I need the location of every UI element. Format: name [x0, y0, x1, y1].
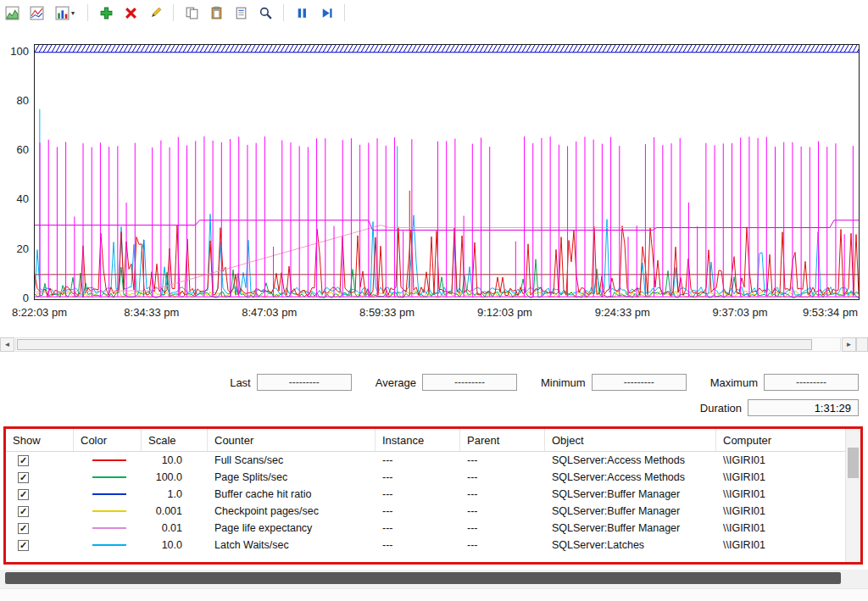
- scrollbar-track[interactable]: [15, 337, 841, 352]
- instance-cell: ---: [376, 522, 460, 534]
- show-checkbox[interactable]: ✓: [18, 489, 29, 500]
- show-checkbox[interactable]: ✓: [18, 455, 29, 466]
- instance-cell: ---: [376, 454, 460, 466]
- parent-cell: ---: [460, 454, 545, 466]
- parent-cell: ---: [460, 522, 545, 534]
- toolbar-separator: [173, 4, 174, 21]
- scale-cell: 0.01: [148, 522, 182, 534]
- last-value-box: ---------: [257, 374, 352, 391]
- chart-area: 100806040200 8:22:03 pm8:34:33 pm8:47:03…: [0, 25, 868, 337]
- freeze-display-button[interactable]: [292, 3, 312, 23]
- chart-canvas: [35, 45, 859, 299]
- table-row[interactable]: ✓ 10.0 Full Scans/sec --- --- SQLServer:…: [6, 452, 860, 469]
- computer-cell: \\IGIRI01: [716, 454, 860, 466]
- toolbar-separator: [344, 4, 345, 21]
- counter-cell: Full Scans/sec: [208, 454, 376, 466]
- object-cell: SQLServer:Buffer Manager: [545, 505, 716, 517]
- column-header-instance[interactable]: Instance: [376, 429, 460, 451]
- check-icon: ✓: [19, 473, 27, 482]
- scale-cell: 10.0: [148, 539, 182, 551]
- show-checkbox[interactable]: ✓: [18, 523, 29, 534]
- object-cell: SQLServer:Access Methods: [545, 471, 716, 483]
- view-current-activity-button[interactable]: [2, 3, 22, 23]
- column-header-show[interactable]: Show: [6, 429, 74, 451]
- duration-bar: Duration 1:31:29: [0, 398, 859, 417]
- object-cell: SQLServer:Access Methods: [545, 454, 716, 466]
- average-label: Average: [376, 376, 416, 389]
- zoom-button[interactable]: [255, 3, 275, 23]
- scrollbar-thumb[interactable]: [17, 339, 812, 350]
- object-cell: SQLServer:Buffer Manager: [545, 522, 716, 534]
- color-swatch: [92, 493, 126, 495]
- table-row[interactable]: ✓ 100.0 Page Splits/sec --- --- SQLServe…: [6, 469, 860, 486]
- average-value-box: ---------: [422, 374, 517, 391]
- last-value: ---------: [289, 376, 320, 388]
- table-row[interactable]: ✓ 0.001 Checkpoint pages/sec --- --- SQL…: [6, 503, 860, 520]
- instance-cell: ---: [376, 488, 460, 500]
- scroll-left-button[interactable]: ◄: [0, 337, 14, 352]
- step-forward-icon: [320, 6, 334, 20]
- paste-counter-list-button[interactable]: [206, 3, 226, 23]
- average-value: ---------: [454, 376, 485, 388]
- counter-cell: Page Splits/sec: [208, 471, 376, 483]
- column-header-parent[interactable]: Parent: [460, 429, 545, 451]
- status-strip: [0, 588, 868, 601]
- y-axis-label: 40: [0, 192, 29, 205]
- add-counter-button[interactable]: [96, 3, 116, 23]
- view-log-data-button[interactable]: [26, 3, 47, 23]
- copy-properties-button[interactable]: [181, 3, 202, 23]
- x-axis-label: 9:53:34 pm: [803, 306, 858, 319]
- properties-button[interactable]: [231, 3, 251, 23]
- duration-value: 1:31:29: [815, 402, 851, 415]
- scrollbar-thumb[interactable]: [848, 448, 859, 478]
- check-icon: ✓: [19, 456, 27, 465]
- chart-plot[interactable]: [34, 44, 860, 300]
- check-icon: ✓: [19, 524, 27, 533]
- counter-list-vertical-scrollbar[interactable]: [845, 429, 860, 562]
- properties-sheet-icon: [234, 6, 248, 20]
- computer-cell: \\IGIRI01: [716, 488, 860, 500]
- scrollbar-endcap: [856, 337, 868, 352]
- object-cell: SQLServer:Buffer Manager: [545, 488, 716, 500]
- show-checkbox[interactable]: ✓: [18, 540, 29, 551]
- show-checkbox[interactable]: ✓: [18, 472, 29, 483]
- color-swatch: [92, 544, 126, 546]
- delete-counter-button[interactable]: [120, 3, 141, 23]
- x-axis: 8:22:03 pm8:34:33 pm8:47:03 pm8:59:33 pm…: [34, 303, 858, 320]
- y-axis-label: 20: [0, 242, 29, 255]
- scroll-right-button[interactable]: ►: [842, 337, 856, 352]
- update-data-button[interactable]: [316, 3, 337, 23]
- check-icon: ✓: [19, 541, 27, 550]
- copy-icon: [185, 6, 199, 20]
- table-row[interactable]: ✓ 1.0 Buffer cache hit ratio --- --- SQL…: [6, 486, 860, 503]
- arrow-right-icon: ►: [846, 341, 853, 348]
- x-axis-label: 9:12:03 pm: [477, 306, 532, 319]
- parent-cell: ---: [460, 505, 545, 517]
- counter-list-header: Show Color Scale Counter Instance Parent…: [6, 429, 860, 452]
- table-row[interactable]: ✓ 10.0 Latch Waits/sec --- --- SQLServer…: [6, 537, 860, 554]
- show-checkbox[interactable]: ✓: [18, 506, 29, 517]
- highlight-button[interactable]: [145, 3, 165, 23]
- y-axis-label: 60: [0, 143, 29, 156]
- line-chart-icon: [30, 6, 44, 20]
- delete-x-icon: [124, 6, 138, 20]
- change-graph-type-button[interactable]: ▼: [51, 3, 80, 23]
- counter-cell: Buffer cache hit ratio: [208, 488, 376, 500]
- x-axis-label: 9:24:33 pm: [595, 306, 650, 319]
- column-header-color[interactable]: Color: [74, 429, 142, 451]
- object-cell: SQLServer:Latches: [545, 539, 716, 551]
- column-header-object[interactable]: Object: [545, 429, 716, 451]
- scrollbar-thumb[interactable]: [5, 572, 841, 584]
- toolbar-separator: [87, 4, 88, 21]
- table-row[interactable]: ✓ 0.01 Page life expectancy --- --- SQLS…: [6, 520, 860, 537]
- column-header-scale[interactable]: Scale: [142, 429, 208, 451]
- instance-cell: ---: [376, 471, 460, 483]
- computer-cell: \\IGIRI01: [716, 539, 860, 551]
- window-horizontal-scrollbar[interactable]: [0, 570, 868, 588]
- column-header-computer[interactable]: Computer: [716, 429, 860, 451]
- column-header-counter[interactable]: Counter: [208, 429, 376, 451]
- maximum-label: Maximum: [710, 376, 758, 389]
- caret-down-icon: ▼: [70, 10, 76, 16]
- computer-cell: \\IGIRI01: [716, 505, 860, 517]
- color-swatch: [92, 459, 126, 461]
